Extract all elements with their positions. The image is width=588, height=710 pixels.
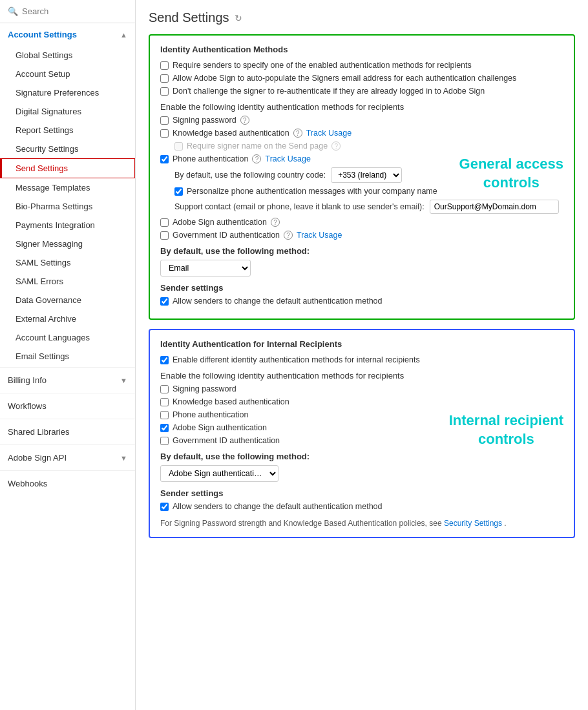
blue-default-method-select[interactable]: Adobe Sign authenticati…	[160, 465, 278, 482]
checkbox-dont-challenge-input[interactable]	[160, 87, 169, 96]
phone-auth-input[interactable]	[160, 155, 169, 163]
blue-enable-auth-label: Enable the following identity authentica…	[160, 371, 563, 381]
checkbox-adobe-sign-auth[interactable]: Adobe Sign authentication ?	[160, 218, 563, 227]
checkbox-dont-challenge[interactable]: Don't challenge the signer to re-authent…	[160, 87, 563, 96]
int-checkbox-sender-change[interactable]: Allow senders to change the default auth…	[160, 502, 563, 511]
sidebar-item-global-settings[interactable]: Global Settings	[0, 46, 135, 65]
sidebar-item-saml-settings[interactable]: SAML Settings	[0, 253, 135, 272]
sidebar-section-workflows[interactable]: Workflows	[0, 395, 135, 417]
page-title: Send Settings ↻	[149, 10, 575, 25]
checkbox-require-senders-input[interactable]	[160, 61, 169, 70]
search-input[interactable]	[22, 6, 127, 16]
country-code-label: By default, use the following country co…	[174, 171, 326, 180]
green-default-method-select[interactable]: Email	[160, 260, 251, 277]
sidebar-section-billing-info[interactable]: Billing Info ▼	[0, 369, 135, 392]
int-checkbox-govt-id[interactable]: Government ID authentication	[160, 436, 563, 445]
sidebar-section-webhooks[interactable]: Webhooks	[0, 472, 135, 495]
adobe-api-chevron: ▼	[120, 454, 127, 462]
sidebar-item-email-settings[interactable]: Email Settings	[0, 347, 135, 366]
green-default-method-label: By default, use the following method:	[160, 246, 563, 256]
sidebar-item-payments-integration[interactable]: Payments Integration	[0, 216, 135, 235]
checkbox-knowledge-based[interactable]: Knowledge based authentication ? Track U…	[160, 129, 563, 138]
int-signing-password-input[interactable]	[160, 385, 169, 393]
sidebar-divider-5	[0, 470, 135, 471]
int-checkbox-knowledge-based[interactable]: Knowledge based authentication	[160, 397, 563, 406]
search-icon: 🔍	[8, 6, 18, 16]
knowledge-based-track-usage[interactable]: Track Usage	[306, 129, 352, 138]
sidebar-divider-2	[0, 393, 135, 393]
signing-password-help-icon[interactable]: ?	[240, 116, 249, 125]
knowledge-based-input[interactable]	[160, 129, 169, 138]
checkbox-allow-autopopulate[interactable]: Allow Adobe Sign to auto-populate the Si…	[160, 74, 563, 83]
country-code-select[interactable]: +353 (Ireland)	[331, 167, 402, 183]
sidebar-section-account-settings[interactable]: Account Settings ▲ Global Settings Accou…	[0, 23, 135, 366]
govt-id-auth-input[interactable]	[160, 231, 169, 240]
checkbox-sender-change-method[interactable]: Allow senders to change the default auth…	[160, 297, 563, 306]
require-signer-name-input[interactable]	[174, 142, 183, 151]
sender-change-method-input[interactable]	[160, 297, 169, 306]
refresh-icon[interactable]: ↻	[235, 13, 242, 23]
sidebar-section-adobe-sign-api[interactable]: Adobe Sign API ▼	[0, 446, 135, 469]
checkbox-autopopulate-input[interactable]	[160, 74, 169, 83]
internal-recipient-controls-box: Identity Authentication for Internal Rec…	[149, 329, 575, 538]
signing-password-input[interactable]	[160, 116, 169, 125]
adobe-sign-auth-help-icon[interactable]: ?	[271, 218, 280, 227]
sidebar-item-signature-preferences[interactable]: Signature Preferences	[0, 83, 135, 102]
sidebar-item-saml-errors[interactable]: SAML Errors	[0, 272, 135, 291]
sidebar: 🔍 Account Settings ▲ Global Settings Acc…	[0, 0, 136, 710]
enable-internal-input[interactable]	[160, 356, 169, 364]
sidebar-item-account-setup[interactable]: Account Setup	[0, 65, 135, 83]
int-knowledge-based-input[interactable]	[160, 398, 169, 406]
support-contact-label: Support contact (email or phone, leave i…	[174, 202, 425, 211]
main-content: Send Settings ↻ Identity Authentication …	[136, 0, 588, 710]
checkbox-phone-auth[interactable]: Phone authentication ? Track Usage	[160, 154, 563, 163]
green-section-title: Identity Authentication Methods	[160, 45, 563, 54]
sidebar-item-message-templates[interactable]: Message Templates	[0, 178, 135, 197]
sidebar-item-send-settings[interactable]: Send Settings	[0, 158, 135, 178]
green-sender-settings-title: Sender settings	[160, 283, 563, 293]
knowledge-based-help-icon[interactable]: ?	[293, 129, 302, 138]
sidebar-item-report-settings[interactable]: Report Settings	[0, 121, 135, 140]
checkbox-require-signer-name[interactable]: Require signer name on the Send page ?	[174, 141, 563, 151]
account-settings-items: Global Settings Account Setup Signature …	[0, 46, 135, 366]
support-contact-row: Support contact (email or phone, leave i…	[174, 200, 563, 214]
checkbox-signing-password[interactable]: Signing password ?	[160, 116, 563, 125]
sidebar-item-account-languages[interactable]: Account Languages	[0, 328, 135, 347]
int-phone-auth-input[interactable]	[160, 411, 169, 419]
int-govt-id-input[interactable]	[160, 437, 169, 445]
sidebar-item-external-archive[interactable]: External Archive	[0, 309, 135, 328]
phone-auth-track-usage[interactable]: Track Usage	[265, 154, 310, 163]
checkbox-govt-id-auth[interactable]: Government ID authentication ? Track Usa…	[160, 231, 563, 240]
checkbox-require-senders[interactable]: Require senders to specify one of the en…	[160, 61, 563, 70]
account-settings-header[interactable]: Account Settings ▲	[0, 23, 135, 46]
adobe-sign-auth-input[interactable]	[160, 218, 169, 227]
security-settings-link[interactable]: Security Settings	[444, 519, 502, 528]
country-code-row: By default, use the following country co…	[174, 167, 563, 183]
sidebar-section-shared-libraries[interactable]: Shared Libraries	[0, 421, 135, 443]
int-checkbox-signing-password[interactable]: Signing password	[160, 384, 563, 393]
sidebar-item-bio-pharma[interactable]: Bio-Pharma Settings	[0, 197, 135, 216]
sidebar-item-digital-signatures[interactable]: Digital Signatures	[0, 102, 135, 121]
int-sender-change-input[interactable]	[160, 503, 169, 511]
sidebar-item-data-governance[interactable]: Data Governance	[0, 291, 135, 309]
checkbox-enable-internal[interactable]: Enable different identity authentication…	[160, 355, 563, 364]
phone-auth-help-icon[interactable]: ?	[252, 154, 261, 163]
billing-chevron: ▼	[120, 377, 127, 384]
int-adobe-sign-input[interactable]	[160, 424, 169, 432]
support-contact-input[interactable]	[430, 200, 559, 214]
sidebar-item-signer-messaging[interactable]: Signer Messaging	[0, 235, 135, 253]
blue-sender-settings-title: Sender settings	[160, 488, 563, 498]
govt-id-track-usage[interactable]: Track Usage	[297, 231, 342, 240]
phone-auth-settings: By default, use the following country co…	[174, 167, 563, 214]
int-checkbox-phone-auth[interactable]: Phone authentication	[160, 410, 563, 419]
checkbox-personalize[interactable]: Personalize phone authentication message…	[174, 187, 563, 196]
govt-id-help-icon[interactable]: ?	[284, 231, 293, 240]
sidebar-item-security-settings[interactable]: Security Settings	[0, 140, 135, 158]
general-access-controls-box: Identity Authentication Methods Require …	[149, 34, 575, 320]
sidebar-divider-3	[0, 419, 135, 419]
int-checkbox-adobe-sign[interactable]: Adobe Sign authentication	[160, 423, 563, 432]
personalize-input[interactable]	[174, 187, 183, 196]
search-box[interactable]: 🔍	[0, 0, 135, 23]
blue-section-title: Identity Authentication for Internal Rec…	[160, 339, 563, 349]
require-signer-help-icon: ?	[331, 141, 341, 151]
